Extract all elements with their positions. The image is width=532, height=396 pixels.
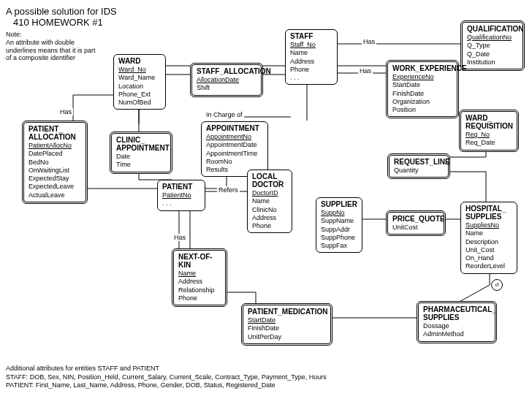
entity-patient: PATIENT PatientNo . . . [157,180,205,211]
entity-ward: WARD Ward_No Ward_Name Location Phone_Ex… [113,54,166,110]
entity-pharmaceutical-supplies: PHARMACEUTICAL_ SUPPLIES Dossage AdminMe… [417,301,497,343]
entity-price-quote: PRICE_QUOTE UnitCost [386,210,446,236]
entity-qualification: QUALIFICATION QualificationNo Q_Type Q_D… [460,20,525,71]
page-title: A possible solution for IDS [6,6,526,17]
label-incharge: In Charge of [205,111,244,118]
entity-local-doctor: LOCAL_ DOCTOR DoctorID Name ClinicNo Add… [247,170,292,233]
entity-appointment: APPOINTMENT AppointmentNo AppointmentDat… [201,121,268,177]
label-refers: Refers [217,186,240,194]
footnote: Additional attributes for entities STAFF… [6,365,327,390]
entity-next-of-kin: NEXT-OF-KIN Name Address Relationship Ph… [172,248,227,307]
entity-work-experience: WORK_EXPERIENCE ExperienceNo StartDate F… [386,60,459,118]
label-has: Has [58,108,73,115]
entity-request-line: REQUEST_LINE Quantity [387,153,450,179]
label-has: Has [172,234,187,241]
label-has: Has [362,38,376,45]
entity-clinic-appointment: CLINIC_ APPOINTMENT Date Time [110,132,172,174]
entity-hospital-supplies: HOSPITAL_ SUPPLIES SuppliesNo Name Descr… [460,202,517,274]
entity-staff: STAFF Staff_No Name Address Phone . . . [285,29,338,85]
disjoint-indicator: d [491,279,503,291]
entity-patient-allocation: PATIENT_ ALLOCATION PatientAllocNo DateP… [22,121,88,204]
page-subtitle: 410 HOMEWORK #1 [13,17,526,28]
entity-supplier: SUPPLIER SuppNo SuppName SuppAddr SuppPh… [316,197,362,253]
entity-patient-medication: PATIENT_MEDICATION StartDate FinishDate … [241,303,332,346]
entity-staff-allocation: STAFF_ALLOCATION AllocationDate Shift [190,63,263,97]
label-has: Has [358,67,373,75]
note: Note: An attribute with double underline… [6,31,526,62]
entity-ward-requisition: WARD_ REQUISITION Req_No Req_Date [459,110,519,152]
